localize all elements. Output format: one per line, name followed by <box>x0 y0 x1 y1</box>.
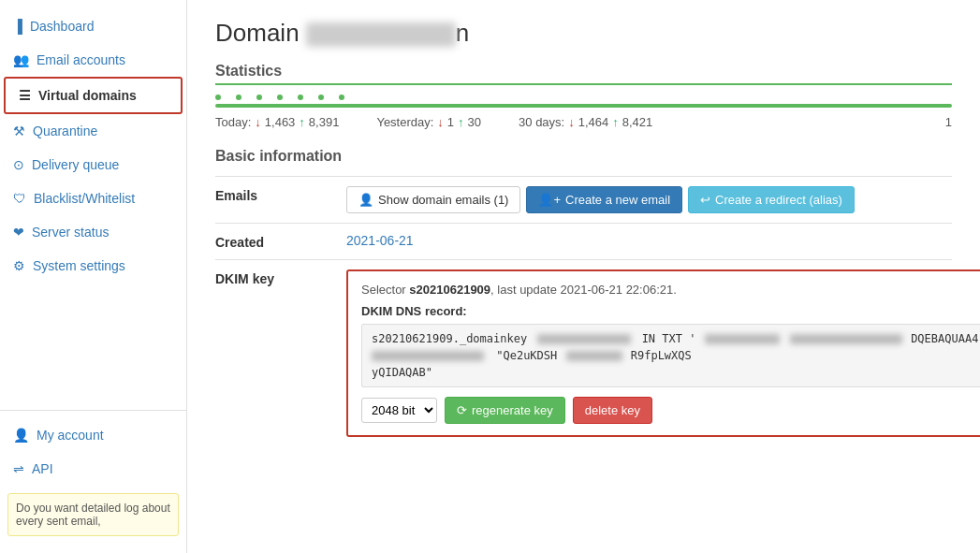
regenerate-key-button[interactable]: ⟳ regenerate key <box>445 397 565 424</box>
stats-dot <box>277 95 283 100</box>
sidebar-item-quarantine-label: Quarantine <box>33 124 97 138</box>
sidebar-item-virtual-domains-label: Virtual domains <box>38 88 137 103</box>
today-label: Today: <box>215 115 251 129</box>
page-number: 1 <box>945 115 952 129</box>
show-domain-emails-button[interactable]: 👤 Show domain emails (1) <box>346 186 520 213</box>
create-email-icon: 👤+ <box>538 193 561 207</box>
sidebar: ▐ Dashboard 👥 Email accounts ☰ Virtual d… <box>0 0 187 553</box>
sidebar-item-my-account[interactable]: 👤 My account <box>0 418 186 452</box>
sidebar-item-email-accounts-label: Email accounts <box>37 52 125 67</box>
yesterday-down-value: 1 <box>447 115 454 129</box>
create-redirect-label: Create a redirect (alias) <box>715 193 842 207</box>
quarantine-icon: ⚒ <box>13 124 25 138</box>
stats-dot <box>215 95 221 100</box>
dkim-selector-value: s20210621909 <box>409 283 490 297</box>
today-stats: Today: ↓ 1,463 ↑ 8,391 <box>215 115 339 129</box>
create-new-email-label: Create a new email <box>565 193 670 207</box>
delivery-queue-icon: ⊙ <box>13 157 24 172</box>
dkim-dns-record: s20210621909._domainkey IN TXT ' DQEBAQU… <box>361 324 980 387</box>
stats-bar <box>215 104 952 108</box>
main-content: Domain n Statistics Today: ↓ 1,463 ↑ 8,3 <box>187 0 980 553</box>
dkim-dns-line3: yQIDAQAB" <box>372 366 978 379</box>
sidebar-item-delivery-queue[interactable]: ⊙ Delivery queue <box>0 148 186 182</box>
blacklist-icon: 🛡 <box>13 191 26 206</box>
stats-dot <box>236 95 241 100</box>
email-buttons: 👤 Show domain emails (1) 👤+ Create a new… <box>346 186 952 213</box>
created-label: Created <box>215 233 346 250</box>
30days-down-arrow: ↓ <box>568 115 575 129</box>
basic-info-section: Basic information Emails 👤 Show domain e… <box>215 148 952 446</box>
delete-key-label: delete key <box>585 403 640 417</box>
sidebar-item-delivery-queue-label: Delivery queue <box>32 157 119 172</box>
created-row: Created 2021-06-21 <box>215 223 952 259</box>
yesterday-up-arrow: ↑ <box>458 115 464 129</box>
today-up-value: 8,391 <box>309 115 340 129</box>
my-account-icon: 👤 <box>13 428 29 443</box>
sidebar-item-email-accounts[interactable]: 👥 Email accounts <box>0 43 186 77</box>
sidebar-item-blacklist-whitelist[interactable]: 🛡 Blacklist/Whitelist <box>0 182 186 215</box>
create-redirect-button[interactable]: ↩ Create a redirect (alias) <box>688 186 855 213</box>
create-redirect-icon: ↩ <box>700 193 710 207</box>
sidebar-item-server-status[interactable]: ❤ Server status <box>0 215 186 249</box>
dkim-value: Selector s20210621909, last update 2021-… <box>346 269 980 437</box>
created-date-link[interactable]: 2021-06-21 <box>346 233 414 248</box>
dkim-label: DKIM key <box>215 269 346 286</box>
sidebar-item-virtual-domains[interactable]: ☰ Virtual domains <box>4 77 183 114</box>
email-accounts-icon: 👥 <box>13 52 29 67</box>
today-up-arrow: ↑ <box>299 115 305 129</box>
stats-numbers: Today: ↓ 1,463 ↑ 8,391 Yesterday: ↓ 1 ↑ … <box>215 115 952 129</box>
dkim-dns-label: DKIM DNS record: <box>361 304 980 318</box>
created-value: 2021-06-21 <box>346 233 952 248</box>
show-domain-emails-icon: 👤 <box>358 193 373 207</box>
sidebar-note: Do you want detailed log about every sen… <box>7 493 179 536</box>
stats-dot <box>298 95 303 100</box>
sidebar-item-blacklist-label: Blacklist/Whitelist <box>34 191 135 206</box>
30days-label: 30 days: <box>519 115 564 129</box>
emails-label: Emails <box>215 186 346 203</box>
30days-up-value: 8,421 <box>622 115 653 129</box>
dkim-selector-info: Selector s20210621909, last update 2021-… <box>361 283 980 297</box>
sidebar-item-server-status-label: Server status <box>32 225 109 240</box>
sidebar-item-api[interactable]: ⇌ API <box>0 452 186 486</box>
sidebar-item-my-account-label: My account <box>37 428 104 443</box>
yesterday-label: Yesterday: <box>376 115 433 129</box>
sidebar-bottom: 👤 My account ⇌ API Do you want detailed … <box>0 410 186 544</box>
today-down-value: 1,463 <box>265 115 296 129</box>
delete-key-button[interactable]: delete key <box>573 397 652 424</box>
system-settings-icon: ⚙ <box>13 258 25 273</box>
dkim-box: Selector s20210621909, last update 2021-… <box>346 269 980 437</box>
yesterday-stats: Yesterday: ↓ 1 ↑ 30 <box>376 115 481 129</box>
30days-down-value: 1,464 <box>578 115 609 129</box>
emails-row: Emails 👤 Show domain emails (1) 👤+ Creat… <box>215 176 952 223</box>
basic-info-title: Basic information <box>215 148 952 165</box>
stats-dot <box>339 95 344 100</box>
regenerate-key-label: regenerate key <box>472 403 553 417</box>
virtual-domains-icon: ☰ <box>19 88 31 103</box>
yesterday-down-arrow: ↓ <box>437 115 444 129</box>
stats-dot <box>256 95 262 100</box>
30days-up-arrow: ↑ <box>612 115 619 129</box>
dkim-row: DKIM key Selector s20210621909, last upd… <box>215 259 952 446</box>
sidebar-item-system-settings[interactable]: ⚙ System settings <box>0 249 186 283</box>
sidebar-item-system-settings-label: System settings <box>33 258 125 273</box>
key-size-select[interactable]: 2048 bit 1024 bit 4096 bit <box>361 398 437 423</box>
show-domain-emails-label: Show domain emails (1) <box>378 193 508 207</box>
page-title: Domain n <box>215 19 952 48</box>
regenerate-icon: ⟳ <box>457 403 467 417</box>
dkim-actions: 2048 bit 1024 bit 4096 bit ⟳ regenerate … <box>361 397 980 424</box>
statistics-title: Statistics <box>215 63 952 85</box>
api-icon: ⇌ <box>13 461 24 476</box>
stats-dot <box>318 95 324 100</box>
emails-value: 👤 Show domain emails (1) 👤+ Create a new… <box>346 186 952 213</box>
30days-stats: 30 days: ↓ 1,464 ↑ 8,421 <box>519 115 652 129</box>
statistics-section: Statistics Today: ↓ 1,463 ↑ 8,391 <box>215 63 952 129</box>
yesterday-up-value: 30 <box>468 115 481 129</box>
sidebar-item-dashboard-label: Dashboard <box>30 19 95 34</box>
today-down-arrow: ↓ <box>255 115 261 129</box>
create-new-email-button[interactable]: 👤+ Create a new email <box>526 186 682 213</box>
sidebar-item-dashboard[interactable]: ▐ Dashboard <box>0 9 186 43</box>
sidebar-item-api-label: API <box>32 461 53 476</box>
dkim-dns-line1: s20210621909._domainkey IN TXT ' DQEBAQU… <box>372 332 978 345</box>
dashboard-icon: ▐ <box>13 19 22 34</box>
sidebar-item-quarantine[interactable]: ⚒ Quarantine <box>0 114 186 148</box>
